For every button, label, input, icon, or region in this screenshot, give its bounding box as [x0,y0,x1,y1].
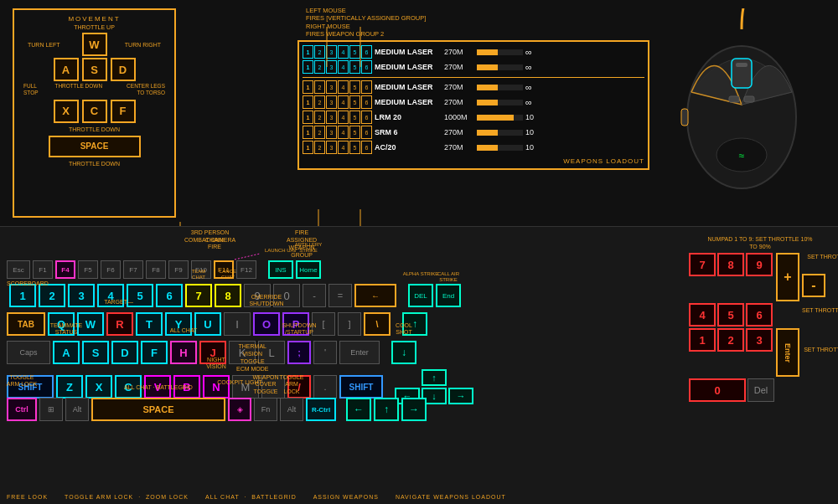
key-x[interactable]: X [54,100,79,123]
key-caps[interactable]: Caps [7,341,50,364]
key-alt-l[interactable]: Alt [65,398,89,421]
key-backspace[interactable]: ← [354,284,396,307]
movement-title: MOVEMENT [19,15,169,23]
key-f12[interactable]: F12 [236,260,256,279]
toggle-arm-lock-bottom: TOGGLE ARM LOCK · ZOOM LOCK [65,494,189,500]
key-f9[interactable]: F9 [168,260,189,279]
key-shift-r[interactable]: SHIFT [339,375,383,399]
key-semicolon[interactable]: ; [287,341,311,364]
key-f6[interactable]: F6 [101,260,121,279]
key-ins[interactable]: INS [268,260,293,279]
key-s[interactable]: S [82,58,107,81]
key-h[interactable]: H [170,341,197,364]
key-np-del[interactable]: Del [747,378,774,402]
key-space-movement[interactable]: SPACE [49,136,141,157]
key-f[interactable]: F [111,100,136,123]
key-np6[interactable]: 6 [746,303,773,327]
key-minus[interactable]: - [303,284,326,307]
key-nav-up[interactable]: ↑ [374,398,399,421]
free-look-bottom-label: FREE LOOK [7,494,48,500]
key-np2[interactable]: 2 [717,328,744,352]
full-stop-label: FULLSTOP [23,83,39,96]
key-f1[interactable]: F1 [33,260,53,279]
weapon-row-3: 1 2 3 4 5 6 MEDIUM LASER 270M ∞ [303,80,644,94]
team-chat-label: TEAMCHAT [192,269,206,280]
artillery-strike-label: ARTILLERYSTRIKE [295,242,322,254]
key-w[interactable]: W [82,33,107,56]
turn-left-label: TURN LEFT [28,42,60,48]
keyboard-section: 3RD PERSONCOMBAT CAMERA FIREASSIGNEDWEAP… [0,226,838,504]
key-home[interactable]: Home [296,260,321,279]
key-r[interactable]: R [106,312,133,336]
key-quote[interactable]: ' [313,341,337,364]
key-end[interactable]: End [436,284,461,307]
thermal-ecm-label: THERMALVISIONTOGGLEECM MODE [236,342,269,373]
key-f5[interactable]: F5 [78,260,98,279]
key-del[interactable]: DEL [408,284,433,307]
key-esc[interactable]: Esc [7,260,30,279]
key-alt-r[interactable]: Alt [280,398,303,421]
top-section: MOVEMENT THROTTLE UP TURN LEFT W TURN RI… [0,0,838,226]
key-tab[interactable]: TAB [7,312,45,336]
key-c[interactable]: C [82,100,107,123]
key-nav-right[interactable]: → [401,398,427,421]
call-air-strike-label: CALL AIRSTRIKE [437,271,459,283]
weapon-row-5: 1 2 3 4 5 6 LRM 20 1000M 10 [303,111,644,124]
key-d-kb[interactable]: D [111,341,138,364]
key-2[interactable]: 2 [39,284,65,307]
key-f-kb[interactable]: F [141,341,168,364]
center-legs-label: CENTER LEGS TO TORSO [119,83,165,96]
key-np-minus[interactable]: - [802,274,825,297]
key-space-kb[interactable]: SPACE [91,398,225,421]
keyboard-inner: 3RD PERSONCOMBAT CAMERA FIREASSIGNEDWEAP… [0,227,838,504]
key-z[interactable]: Z [56,375,83,399]
key-s-kb[interactable]: S [82,341,109,364]
key-r-ctrl[interactable]: R-Ctrl [306,398,336,421]
key-o[interactable]: O [253,312,280,336]
key-nav-left[interactable]: ← [346,398,371,421]
key-np3[interactable]: 3 [746,328,773,352]
key-t[interactable]: T [136,312,163,336]
key-equals[interactable]: = [328,284,352,307]
key-f4[interactable]: F4 [55,260,75,279]
movement-box: MOVEMENT THROTTLE UP TURN LEFT W TURN RI… [13,8,176,218]
key-a-kb[interactable]: A [53,341,80,364]
key-1[interactable]: 1 [9,284,36,307]
key-np-enter[interactable]: Enter [776,328,799,377]
numpad-title: NUMPAD 1 TO 9: SET THROTTLE 10% TO 90% [689,235,831,250]
key-np9[interactable]: 9 [746,253,773,276]
key-d[interactable]: D [111,58,136,81]
key-win-l[interactable]: ⊞ [39,398,63,421]
key-8[interactable]: 8 [215,284,241,307]
key-np5[interactable]: 5 [717,303,744,327]
key-np0[interactable]: 0 [689,378,746,402]
mouse-left-annotation: LEFT MOUSE FIRES [VERTICALLY ASSIGNED GR… [297,7,649,22]
key-dot[interactable]: . [313,375,337,399]
key-arrow-up[interactable]: ↑ [422,369,447,386]
key-cockpit[interactable]: ◈ [228,398,251,421]
alpha-strike-label: ALPHA STRIKE [403,271,439,276]
key-backslash[interactable]: \ [364,312,391,336]
key-enter[interactable]: Enter [339,341,380,364]
key-np1[interactable]: 1 [689,328,716,352]
key-fn[interactable]: Fn [254,398,277,421]
key-rbracket[interactable]: ] [338,312,361,336]
bottom-labels-row: FREE LOOK TOGGLE ARM LOCK · ZOOM LOCK AL… [7,494,687,500]
key-pgdn[interactable]: ↓ [391,341,416,364]
key-x-kb[interactable]: X [85,375,112,399]
key-7[interactable]: 7 [185,284,212,307]
key-f8[interactable]: F8 [146,260,166,279]
key-np-plus[interactable]: + [776,253,799,301]
key-np7[interactable]: 7 [689,253,716,276]
key-a[interactable]: A [54,58,79,81]
key-f7[interactable]: F7 [123,260,143,279]
key-6[interactable]: 6 [156,284,183,307]
key-arrow-right[interactable]: → [448,388,473,404]
key-np4[interactable]: 4 [689,303,716,327]
key-u[interactable]: U [194,312,221,336]
key-i[interactable]: I [224,312,251,336]
navigate-weapons-bottom: NAVIGATE WEAPONS LOADOUT [396,494,506,500]
key-3[interactable]: 3 [68,284,95,307]
key-np8[interactable]: 8 [717,253,744,276]
key-ctrl-l[interactable]: Ctrl [7,398,37,421]
